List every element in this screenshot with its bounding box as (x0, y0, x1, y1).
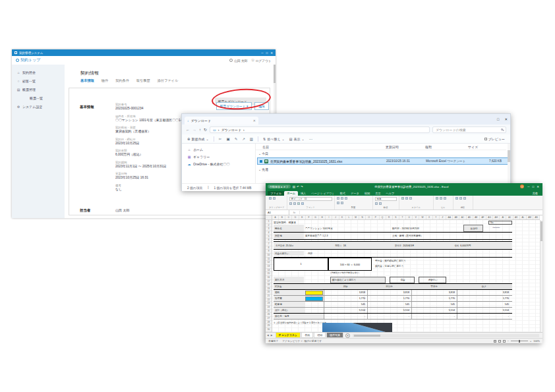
column-header[interactable]: H (319, 215, 326, 219)
column-header[interactable]: B (279, 215, 285, 219)
cell-grid[interactable]: 賃貸借契約 精算書 No. 物件名 〇〇マンション 1001号室 契約日：202… (272, 220, 540, 332)
insert-cells-icon[interactable] (436, 197, 438, 200)
column-header[interactable]: AC (459, 215, 466, 219)
column-header[interactable]: AK (513, 215, 520, 219)
ribbon-tab[interactable]: ファイル (268, 191, 284, 196)
column-header[interactable]: AA (446, 215, 453, 219)
column-header[interactable]: V (413, 215, 419, 219)
page-layout-icon[interactable] (498, 340, 501, 343)
group-lastweek[interactable]: ⌄ 先週 (258, 167, 268, 171)
wrap-text-icon[interactable] (345, 197, 347, 200)
delete-icon[interactable]: ▥ (250, 137, 253, 141)
sheet-tab[interactable]: 明細 (314, 333, 326, 338)
format-table-icon[interactable] (405, 197, 408, 200)
number-format-select[interactable]: 標準 (375, 197, 397, 201)
highlighted-cell[interactable] (305, 308, 323, 313)
explorer-tab[interactable]: ↓ ダウンロード ✕ (185, 117, 258, 125)
sidebar-item[interactable]: 顧客一覧 (12, 76, 65, 85)
sidebar-item[interactable]: OneDrive - 株式会社〇〇 (182, 160, 255, 167)
maximize-button[interactable]: □ (266, 51, 268, 55)
fx-icon[interactable]: fx (289, 211, 300, 214)
column-header[interactable]: X (426, 215, 433, 219)
edit-button[interactable]: 編集 (254, 102, 269, 110)
logout-button[interactable]: ⎋ ログアウト (252, 59, 272, 63)
column-header[interactable]: N (359, 215, 366, 219)
sheet-scrollbar[interactable] (540, 220, 542, 332)
forward-button[interactable]: → (192, 128, 196, 132)
find-select-icon[interactable] (463, 197, 466, 200)
autosum-icon[interactable] (455, 197, 458, 200)
column-header[interactable]: D (292, 215, 299, 219)
column-header[interactable]: W (419, 215, 426, 219)
ribbon-tab[interactable]: ホーム (284, 191, 298, 196)
ribbon-tab[interactable]: 数式 (337, 191, 348, 196)
maximize-button[interactable]: □ (533, 185, 535, 188)
page-tab[interactable]: 基本情報 (80, 78, 94, 83)
column-modified[interactable]: 更新日時 (386, 145, 399, 149)
page-tab[interactable]: 契約条件 (115, 78, 129, 83)
row-header[interactable]: 30 (266, 328, 272, 332)
close-button[interactable]: ✕ (270, 51, 273, 55)
column-header[interactable]: AJ (506, 215, 513, 219)
sidebar-item[interactable]: 帳票一覧 (12, 94, 65, 102)
column-header[interactable]: AE (473, 215, 480, 219)
font-name-select[interactable]: 游ゴシック 11 (289, 197, 332, 201)
column-header[interactable]: C (285, 215, 292, 219)
column-header[interactable]: I (326, 215, 332, 219)
name-box[interactable]: A1 (266, 210, 289, 215)
page-tab[interactable]: 取引履歴 (136, 78, 150, 83)
italic-icon[interactable] (293, 202, 296, 205)
sidebar-item[interactable]: ホーム (182, 146, 255, 153)
page-break-icon[interactable] (503, 340, 506, 343)
cut-icon[interactable] (273, 197, 276, 200)
zoom-in-button[interactable]: + (530, 340, 531, 343)
undo-icon[interactable]: ↶ (297, 185, 299, 188)
column-header[interactable]: E (299, 215, 306, 219)
fill-color-icon[interactable] (297, 202, 300, 205)
column-header[interactable]: AL (520, 215, 527, 219)
column-header[interactable]: AH (493, 215, 500, 219)
highlighted-cell[interactable] (305, 291, 323, 295)
column-header[interactable]: AB (453, 215, 459, 219)
user-menu[interactable]: 山田 太郎 (229, 59, 248, 63)
column-header[interactable]: T (399, 215, 406, 219)
merge-center-icon[interactable] (337, 202, 339, 204)
view-button[interactable]: ▤ 表示 ⌄ (289, 137, 305, 141)
close-button[interactable]: ✕ (537, 185, 539, 188)
highlighted-cell[interactable] (305, 296, 323, 301)
minimize-button[interactable]: ─ (261, 51, 263, 55)
rename-icon[interactable]: ✎ (235, 137, 238, 141)
address-bar[interactable]: ▭ › ダウンロード › (210, 126, 430, 133)
column-header[interactable]: AM (527, 215, 533, 219)
sidebar-item[interactable]: 契約照会 (12, 68, 65, 76)
column-header[interactable]: F (306, 215, 312, 219)
sidebar-item[interactable]: 帳票管理 (12, 85, 65, 94)
search-input[interactable]: ダウンロードの検索 (432, 126, 506, 133)
highlighted-cell[interactable] (305, 302, 323, 307)
column-header[interactable]: A (272, 215, 279, 219)
horizontal-scrollbar[interactable] (353, 334, 539, 337)
back-button[interactable]: ← (186, 128, 190, 132)
ribbon-tab[interactable]: 挿入 (298, 191, 308, 196)
autosave-toggle[interactable]: 自動保存 ● オフ (268, 184, 291, 188)
percent-icon[interactable] (375, 202, 378, 205)
column-header[interactable]: Y (433, 215, 440, 219)
column-header[interactable]: Z (440, 215, 446, 219)
account-avatar[interactable]: 山 (520, 184, 524, 188)
zoom-out-button[interactable]: − (508, 340, 509, 343)
share-button[interactable]: 共有 (530, 191, 540, 196)
new-button[interactable]: ⊕ 新規作成 ⌄ (187, 137, 209, 141)
zoom-slider[interactable] (511, 341, 528, 341)
select-all-corner[interactable] (266, 215, 272, 220)
align-center-icon[interactable] (341, 197, 343, 200)
share-icon[interactable]: ↗ (242, 137, 245, 141)
column-header[interactable]: G (312, 215, 319, 219)
column-header[interactable]: R (386, 215, 393, 219)
column-header[interactable]: AN (533, 215, 540, 219)
sidebar-item[interactable]: ギャラリー (182, 153, 255, 160)
minimize-button[interactable]: ─ (527, 185, 529, 188)
brand-link[interactable]: 契約トップ (16, 57, 40, 63)
column-header[interactable]: AI (500, 215, 506, 219)
column-name[interactable]: 名前 (262, 145, 269, 149)
sheet-nav-arrows[interactable]: ◀ ▶ (267, 334, 274, 337)
